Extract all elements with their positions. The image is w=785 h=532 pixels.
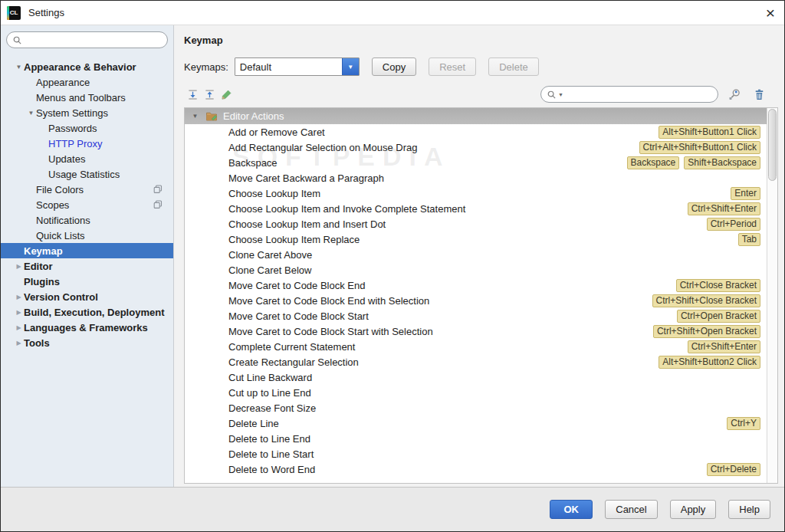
sidebar-item-appearance[interactable]: Appearance bbox=[1, 74, 173, 90]
collapse-all-icon bbox=[204, 89, 215, 100]
actions-group-header[interactable]: ▼ Editor Actions bbox=[185, 108, 767, 124]
copy-button[interactable]: Copy bbox=[372, 57, 416, 76]
keymap-action-row[interactable]: Move Caret to Code Block Start with Sele… bbox=[185, 323, 767, 339]
keymap-action-row[interactable]: Delete Line Ctrl+Y bbox=[185, 415, 767, 431]
keymap-action-row[interactable]: Move Caret to Code Block End Ctrl+Close … bbox=[185, 277, 767, 293]
remove-shortcut-button[interactable] bbox=[751, 87, 767, 102]
sidebar-item-file-colors[interactable]: File Colors bbox=[1, 182, 173, 197]
tree-triangle-icon[interactable]: ▶ bbox=[14, 263, 24, 270]
clion-icon-text: CL bbox=[10, 9, 18, 16]
tree-triangle-icon[interactable]: ▼ bbox=[14, 64, 24, 71]
tree-triangle-icon[interactable]: ▶ bbox=[14, 294, 24, 300]
keymap-action-row[interactable]: Move Caret Backward a Paragraph bbox=[185, 170, 767, 186]
keymap-action-row[interactable]: Choose Lookup Item Enter bbox=[185, 186, 767, 201]
keymap-action-row[interactable]: Clone Caret Above bbox=[185, 247, 767, 262]
scrollbar-thumb[interactable] bbox=[768, 109, 777, 181]
sidebar-search-box[interactable] bbox=[6, 31, 168, 48]
keymap-action-row[interactable]: Backspace BackspaceShift+Backspace bbox=[185, 155, 767, 170]
sidebar-item-label: Editor bbox=[24, 261, 53, 272]
shortcut-badge: Ctrl+Delete bbox=[707, 463, 760, 476]
sidebar-item-system-settings[interactable]: ▼ System Settings bbox=[1, 105, 173, 120]
cancel-button[interactable]: Cancel bbox=[605, 500, 657, 519]
toolbar-right-icons bbox=[726, 87, 767, 102]
expand-all-button[interactable] bbox=[184, 87, 201, 102]
sidebar-item-version-control[interactable]: ▶ Version Control bbox=[1, 289, 173, 304]
sidebar-item-label: Version Control bbox=[24, 291, 98, 303]
settings-category-tree: ▼ Appearance & Behavior Appearance Menus… bbox=[1, 59, 173, 350]
collapse-all-button[interactable] bbox=[201, 87, 218, 102]
keymap-action-row[interactable]: Cut Line Backward bbox=[185, 369, 767, 385]
shortcut-badge: Alt+Shift+Button2 Click bbox=[659, 356, 760, 369]
keymap-action-row[interactable]: Clone Caret Below bbox=[185, 262, 767, 277]
keymap-action-row[interactable]: Choose Lookup Item Replace Tab bbox=[185, 232, 767, 247]
settings-sidebar: ▼ Appearance & Behavior Appearance Menus… bbox=[1, 25, 174, 487]
action-label: Move Caret to Code Block End bbox=[228, 280, 365, 291]
sidebar-item-scopes[interactable]: Scopes bbox=[1, 197, 173, 212]
sidebar-item-label: Keymap bbox=[24, 245, 63, 257]
sidebar-item-label: Quick Lists bbox=[36, 230, 85, 241]
help-button[interactable]: Help bbox=[728, 500, 770, 519]
sidebar-item-build-execution-deployment[interactable]: ▶ Build, Execution, Deployment bbox=[1, 304, 173, 320]
keymap-combobox[interactable]: Default ▼ bbox=[235, 57, 360, 76]
keymap-action-row[interactable]: Decrease Font Size bbox=[185, 400, 767, 415]
actions-group-label: Editor Actions bbox=[223, 110, 284, 122]
keymap-action-row[interactable]: Choose Lookup Item and Insert Dot Ctrl+P… bbox=[185, 216, 767, 232]
tree-triangle-icon[interactable]: ▶ bbox=[14, 309, 24, 316]
tree-triangle-icon[interactable]: ▼ bbox=[26, 110, 36, 117]
actions-toolbar: ▼ bbox=[184, 86, 778, 103]
find-actions-by-shortcut-button[interactable] bbox=[726, 87, 743, 102]
keymap-action-row[interactable]: Delete to Line End bbox=[185, 431, 767, 446]
action-label: Choose Lookup Item and Insert Dot bbox=[228, 218, 386, 230]
copy-icon bbox=[153, 200, 163, 209]
keymap-action-row[interactable]: Cut up to Line End bbox=[185, 385, 767, 400]
action-label: Delete to Line End bbox=[228, 433, 310, 445]
action-label: Choose Lookup Item bbox=[228, 188, 320, 199]
actions-search-box[interactable]: ▼ bbox=[540, 86, 718, 103]
action-label: Delete to Word End bbox=[228, 464, 315, 475]
action-label: Move Caret to Code Block Start with Sele… bbox=[228, 326, 433, 337]
sidebar-item-http-proxy[interactable]: HTTP Proxy bbox=[1, 136, 173, 151]
ok-button[interactable]: OK bbox=[550, 500, 593, 519]
apply-button[interactable]: Apply bbox=[670, 500, 717, 519]
sidebar-item-languages-frameworks[interactable]: ▶ Languages & Frameworks bbox=[1, 320, 173, 335]
tree-triangle-icon[interactable]: ▶ bbox=[14, 340, 24, 346]
search-icon bbox=[12, 35, 22, 45]
keymaps-label: Keymaps: bbox=[184, 61, 228, 73]
keymap-action-row[interactable]: Choose Lookup Item and Invoke Complete S… bbox=[185, 201, 767, 216]
sidebar-item-tools[interactable]: ▶ Tools bbox=[1, 335, 173, 350]
action-label: Add or Remove Caret bbox=[228, 126, 325, 138]
sidebar-search-input[interactable] bbox=[25, 34, 161, 45]
action-label: Delete to Line Start bbox=[228, 448, 314, 460]
edit-shortcut-button[interactable] bbox=[218, 87, 235, 102]
sidebar-item-label: Updates bbox=[48, 153, 85, 165]
sidebar-item-updates[interactable]: Updates bbox=[1, 151, 173, 166]
close-icon[interactable]: × bbox=[766, 5, 775, 21]
sidebar-item-quick-lists[interactable]: Quick Lists bbox=[1, 228, 173, 243]
sidebar-item-editor[interactable]: ▶ Editor bbox=[1, 258, 173, 274]
chevron-down-icon[interactable]: ▼ bbox=[342, 58, 359, 75]
tree-triangle-icon[interactable]: ▶ bbox=[14, 324, 24, 331]
group-expanded-triangle-icon[interactable]: ▼ bbox=[190, 113, 200, 120]
sidebar-item-notifications[interactable]: Notifications bbox=[1, 212, 173, 228]
keymap-action-row[interactable]: Create Rectangular Selection Alt+Shift+B… bbox=[185, 354, 767, 369]
vertical-scrollbar[interactable] bbox=[767, 108, 777, 483]
actions-rows: ▼ Editor Actions Add or Remove Caret Alt… bbox=[185, 108, 767, 483]
sidebar-item-passwords[interactable]: Passwords bbox=[1, 120, 173, 136]
action-label: Clone Caret Below bbox=[228, 264, 311, 276]
shortcut-badge: Ctrl+Shift+Enter bbox=[688, 340, 760, 353]
actions-search-input[interactable] bbox=[567, 89, 711, 100]
sidebar-item-keymap[interactable]: Keymap bbox=[1, 243, 173, 258]
keymap-action-row[interactable]: Complete Current Statement Ctrl+Shift+En… bbox=[185, 339, 767, 354]
shortcut-badge: Ctrl+Open Bracket bbox=[677, 310, 760, 323]
keymap-action-row[interactable]: Delete to Line Start bbox=[185, 446, 767, 461]
keymap-action-row[interactable]: Add or Remove Caret Alt+Shift+Button1 Cl… bbox=[185, 124, 767, 140]
keymap-action-row[interactable]: Add Rectangular Selection on Mouse Drag … bbox=[185, 140, 767, 155]
sidebar-item-plugins[interactable]: Plugins bbox=[1, 274, 173, 289]
keymap-action-row[interactable]: Move Caret to Code Block End with Select… bbox=[185, 293, 767, 308]
keymap-action-row[interactable]: Delete to Word End Ctrl+Delete bbox=[185, 461, 767, 477]
sidebar-item-usage-statistics[interactable]: Usage Statistics bbox=[1, 166, 173, 182]
sidebar-item-appearance-behavior[interactable]: ▼ Appearance & Behavior bbox=[1, 59, 173, 74]
search-options-caret-icon[interactable]: ▼ bbox=[558, 92, 563, 97]
keymap-action-row[interactable]: Move Caret to Code Block Start Ctrl+Open… bbox=[185, 308, 767, 323]
sidebar-item-menus-and-toolbars[interactable]: Menus and Toolbars bbox=[1, 90, 173, 105]
